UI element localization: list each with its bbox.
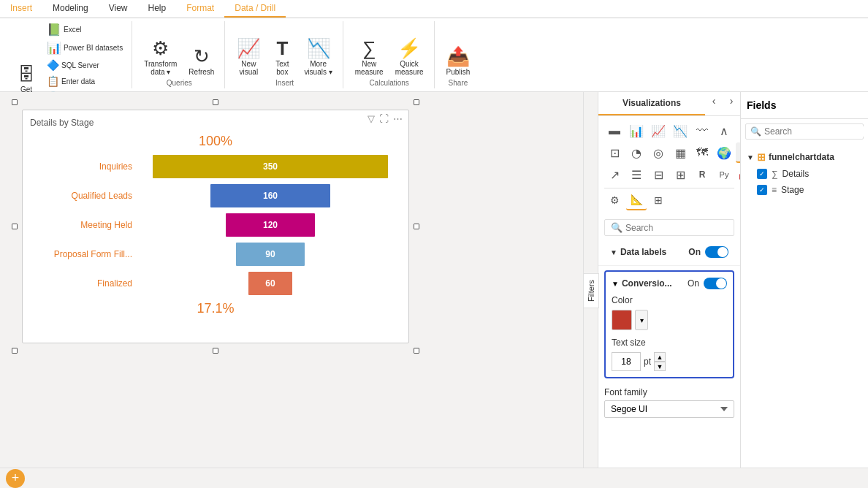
- viz-bottom-row: ⚙ 📐 ⊞: [604, 188, 734, 212]
- viz-search-box[interactable]: 🔍: [604, 219, 734, 236]
- handle-tr[interactable]: [414, 99, 419, 105]
- handle-tl[interactable]: [12, 99, 18, 105]
- fields-table-funnelchartdata[interactable]: ▼ ⊞ funnelchartdata: [745, 148, 864, 166]
- proposal-bar: 90: [236, 243, 304, 266]
- handle-bc[interactable]: [213, 348, 218, 354]
- meeting-value: 120: [263, 220, 278, 230]
- refresh-button[interactable]: ↻ Refresh: [184, 44, 218, 79]
- viz-stacked-col[interactable]: 📈: [648, 121, 669, 141]
- conv-toggle-switch[interactable]: [704, 278, 727, 289]
- viz-donut[interactable]: ◎: [648, 142, 669, 163]
- get-data-icon: 🗄: [18, 66, 35, 83]
- chart-toolbar: ▽ ⛶ ⋯: [368, 113, 403, 124]
- color-dropdown[interactable]: ▾: [635, 310, 648, 330]
- enter-data-button[interactable]: 📋 Enter data: [44, 74, 98, 88]
- sql-button[interactable]: 🔷 SQL Server: [44, 58, 102, 72]
- text-size-up[interactable]: ▲: [654, 352, 666, 362]
- new-visual-button[interactable]: 📈 Newvisual: [232, 36, 264, 79]
- data-labels-toggle-switch[interactable]: [705, 246, 728, 258]
- fields-item-stage[interactable]: ✓ ≡ Stage: [745, 182, 864, 198]
- bottom-bar: +: [0, 468, 868, 488]
- viz-slicer[interactable]: ☰: [626, 164, 647, 185]
- tab-help[interactable]: Help: [138, 0, 177, 18]
- tab-insert[interactable]: Insert: [0, 0, 42, 18]
- stage-name: Stage: [781, 185, 804, 195]
- tab-data-drill[interactable]: Data / Drill: [224, 0, 286, 18]
- viz-fields[interactable]: ⊞: [648, 190, 669, 210]
- handle-mr[interactable]: [414, 224, 419, 229]
- viz-table[interactable]: ⊟: [648, 164, 669, 185]
- viz-line[interactable]: 〰: [692, 121, 712, 141]
- viz-search-input[interactable]: [625, 223, 735, 233]
- handle-br[interactable]: [414, 348, 419, 354]
- publish-button[interactable]: 📤 Publish: [442, 44, 475, 79]
- ribbon-group-share: 📤 Publish Share: [436, 21, 481, 88]
- viz-clustered-bar[interactable]: 📊: [626, 121, 647, 141]
- viz-grid: ▬ 📊 📈 📉 〰 ∧ ⊞ 🎗 ≡ ⊡ ◔ ◎ ▦ 🗺 🌍 ⊽ ◑ ▭: [604, 121, 734, 185]
- more-visuals-button[interactable]: 📉 Morevisuals ▾: [300, 36, 336, 79]
- viz-scatter[interactable]: ⊡: [604, 142, 625, 163]
- viz-kpi[interactable]: ↗: [604, 164, 625, 185]
- viz-filled-map[interactable]: 🌍: [714, 142, 734, 163]
- tab-format[interactable]: Format: [176, 0, 224, 18]
- text-size-box[interactable]: 18: [612, 352, 641, 371]
- canvas-area: ▽ ⛶ ⋯ Details by Stage 100% Inquiries 35…: [0, 92, 583, 488]
- conv-arrow: ▼: [612, 280, 619, 288]
- power-bi-button[interactable]: 📊 Power BI datasets: [44, 39, 126, 56]
- nav-left[interactable]: ‹: [705, 92, 723, 110]
- conv-on-label: On: [688, 278, 699, 289]
- excel-button[interactable]: 📗 Excel: [44, 21, 84, 38]
- chart-pct-top: 100%: [30, 134, 401, 149]
- filters-label[interactable]: Filters: [583, 273, 599, 308]
- viz-analytics[interactable]: 📐: [626, 190, 647, 210]
- viz-matrix[interactable]: ⊞: [670, 164, 690, 185]
- share-group-label: Share: [449, 79, 468, 88]
- viz-map[interactable]: 🗺: [692, 142, 712, 163]
- color-swatch[interactable]: [612, 310, 632, 330]
- transform-button[interactable]: ⚙ Transformdata ▾: [140, 36, 181, 79]
- fields-search-input[interactable]: [764, 126, 868, 137]
- quick-measure-button[interactable]: ⚡ Quickmeasure: [391, 36, 428, 79]
- text-size-down[interactable]: ▼: [654, 362, 666, 371]
- fields-item-details[interactable]: ✓ ∑ Details: [745, 166, 864, 182]
- new-measure-button[interactable]: ∑ Newmeasure: [351, 36, 388, 79]
- viz-format[interactable]: ⚙: [604, 190, 625, 210]
- viz-pie[interactable]: ◔: [626, 142, 647, 163]
- handle-tc[interactable]: [213, 99, 218, 105]
- qualified-value: 160: [263, 191, 278, 201]
- filter-icon[interactable]: ▽: [368, 113, 375, 124]
- viz-grid-section: ▬ 📊 📈 📉 〰 ∧ ⊞ 🎗 ≡ ⊡ ◔ ◎ ▦ 🗺 🌍 ⊽ ◑ ▭: [598, 116, 740, 216]
- tab-modeling[interactable]: Modeling: [42, 0, 99, 18]
- refresh-label: Refresh: [189, 68, 214, 76]
- excel-label: Excel: [64, 26, 81, 34]
- focus-icon[interactable]: ⛶: [379, 113, 389, 124]
- fields-tree: ▼ ⊞ funnelchartdata ✓ ∑ Details ✓ ≡ Stag…: [741, 144, 868, 202]
- handle-bl[interactable]: [12, 348, 18, 354]
- publish-icon: 📤: [446, 47, 470, 66]
- text-box-button[interactable]: T Textbox: [267, 36, 297, 79]
- new-visual-label: Newvisual: [240, 60, 259, 76]
- handle-ml[interactable]: [12, 224, 18, 229]
- viz-r[interactable]: R: [692, 164, 712, 185]
- viz-area[interactable]: ∧: [714, 121, 734, 141]
- font-select[interactable]: Segoe UI Arial Calibri: [604, 400, 734, 418]
- ribbon-tabs: Insert Modeling View Help Format Data / …: [0, 0, 868, 18]
- quick-measure-icon: ⚡: [397, 39, 421, 58]
- data-labels-header[interactable]: ▼ Data labels On: [604, 242, 734, 262]
- more-options-icon[interactable]: ⋯: [393, 113, 403, 124]
- insert-group-label: Insert: [275, 79, 294, 88]
- viz-treemap[interactable]: ▦: [670, 142, 690, 163]
- visualizations-tab[interactable]: Visualizations: [598, 92, 705, 115]
- meeting-bar: 120: [226, 213, 315, 237]
- viz-py[interactable]: Py: [714, 164, 734, 185]
- viz-clustered-col[interactable]: 📉: [670, 121, 690, 141]
- add-button[interactable]: +: [6, 469, 25, 488]
- viz-stacked-bar[interactable]: ▬: [604, 121, 625, 141]
- meeting-label: Meeting Held: [30, 220, 140, 230]
- fields-search-box[interactable]: 🔍: [745, 123, 864, 140]
- inquiries-value: 350: [263, 161, 278, 172]
- ribbon-content: 🗄 Getdata ▾ 📗 Excel 📊 Power BI datasets …: [0, 18, 868, 91]
- text-size-input: 18 pt ▲ ▼: [612, 352, 727, 371]
- nav-right[interactable]: ›: [723, 92, 740, 110]
- tab-view[interactable]: View: [99, 0, 138, 18]
